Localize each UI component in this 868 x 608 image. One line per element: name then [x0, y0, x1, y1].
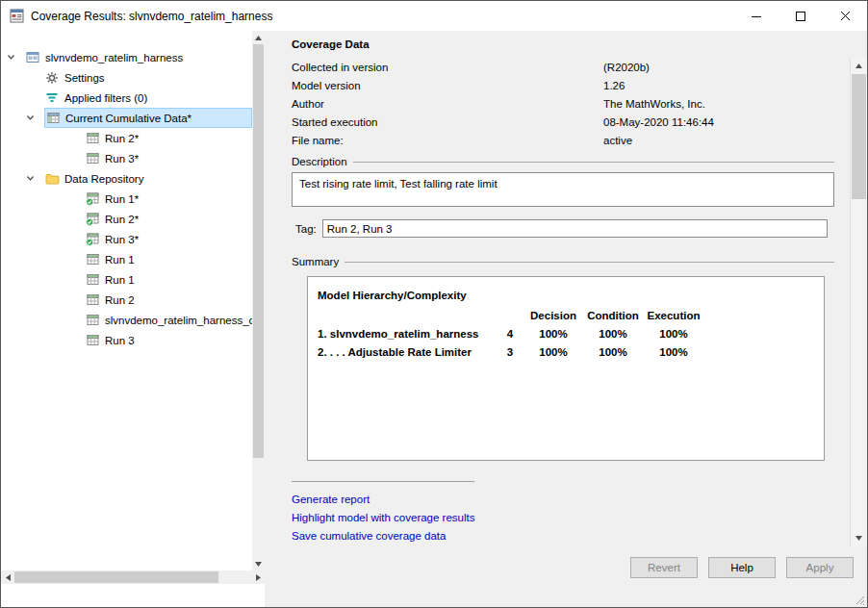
field-label: Author [292, 98, 603, 110]
cumulative-data-icon [45, 112, 61, 124]
column-decision: Decision [523, 310, 583, 321]
field-value: 1.26 [603, 80, 834, 91]
tree-vertical-scrollbar[interactable] [252, 31, 265, 570]
run-icon [85, 293, 100, 306]
window-controls [734, 1, 867, 31]
row-decision: 100% [523, 346, 583, 358]
scrollbar-thumb[interactable] [852, 74, 866, 199]
tree-item-current-cumulative-data[interactable]: Current Cumulative Data* [1, 108, 252, 128]
table-row: 1. slvnvdemo_ratelim_harness 4 100% 100%… [318, 328, 814, 340]
window-title: Coverage Results: slvnvdemo_ratelim_harn… [31, 10, 272, 23]
row-complexity: 4 [497, 328, 523, 340]
resize-grip[interactable] [853, 593, 866, 606]
field-author: Author The MathWorks, Inc. [292, 94, 834, 113]
main-area: slvnvdemo_ratelim_harness Settings Appli… [1, 31, 867, 607]
panel-title: Coverage Data [292, 38, 834, 50]
field-value: (R2020b) [603, 62, 834, 73]
table-row: 2. . . . Adjustable Rate Limiter 3 100% … [318, 346, 814, 358]
scroll-down-icon[interactable] [851, 530, 867, 546]
field-value: active [603, 135, 834, 146]
run-check-icon [85, 233, 100, 246]
summary-table: Model Hierarchy/Complexity Decision Cond… [307, 276, 825, 461]
metadata-fields: Collected in version (R2020b) Model vers… [292, 58, 834, 149]
field-file-name: File name: active [292, 131, 834, 149]
revert-button: Revert [630, 557, 698, 578]
scroll-up-icon[interactable] [252, 31, 265, 44]
tree-horizontal-scrollbar[interactable] [1, 570, 265, 584]
scroll-left-icon[interactable] [1, 570, 14, 584]
minimize-button[interactable] [734, 1, 779, 31]
scrollbar-thumb[interactable] [14, 571, 218, 583]
run-icon [85, 253, 100, 266]
gear-icon [44, 71, 60, 85]
row-name: 2. . . . Adjustable Rate Limiter [318, 346, 497, 358]
summary-label: Summary [292, 256, 339, 267]
description-label: Description [292, 156, 347, 167]
generate-report-link[interactable]: Generate report [292, 491, 834, 509]
scrollbar-thumb[interactable] [253, 44, 264, 458]
expander-icon[interactable] [25, 113, 44, 123]
tree-item-run-2-checked[interactable]: Run 2* [1, 209, 252, 229]
summary-table-title: Model Hierarchy/Complexity [318, 290, 814, 301]
expander-icon[interactable] [25, 173, 44, 184]
highlight-model-link[interactable]: Highlight model with coverage results [292, 509, 834, 527]
row-decision: 100% [523, 328, 583, 340]
tree-item-run-1-checked[interactable]: Run 1* [1, 189, 252, 209]
field-collected-in-version: Collected in version (R2020b) [292, 58, 834, 76]
links-divider [292, 481, 474, 482]
row-condition: 100% [583, 328, 643, 340]
run-icon [85, 314, 100, 326]
summary-group-header: Summary [292, 254, 834, 268]
field-label: Started execution [292, 116, 603, 128]
results-tree: slvnvdemo_ratelim_harness Settings Appli… [1, 31, 252, 570]
scroll-right-icon[interactable] [251, 570, 265, 584]
scroll-up-icon[interactable] [851, 58, 867, 74]
action-links: Generate report Highlight model with cov… [292, 491, 834, 545]
row-condition: 100% [583, 346, 643, 358]
description-field[interactable]: Test rising rate limit, Test falling rat… [292, 172, 834, 207]
run-icon [85, 334, 100, 346]
close-button[interactable] [823, 1, 867, 31]
tree-item-applied-filters[interactable]: Applied filters (0) [1, 88, 252, 108]
tree-item-run-1-b[interactable]: Run 1 [1, 269, 252, 290]
field-value: The MathWorks, Inc. [603, 98, 834, 110]
run-icon [85, 152, 100, 165]
tree-item-slvnvdemo-ratelim-harness[interactable]: slvnvdemo_ratelim_harness [1, 47, 252, 67]
group-divider [345, 262, 834, 263]
maximize-button[interactable] [779, 1, 823, 31]
help-button[interactable]: Help [708, 557, 776, 578]
tree-item-run-3-checked[interactable]: Run 3* [1, 229, 252, 249]
row-execution: 100% [643, 328, 704, 340]
tree-item-settings[interactable]: Settings [1, 67, 252, 88]
apply-button: Apply [786, 557, 854, 578]
model-icon [25, 51, 40, 63]
summary-table-header: Decision Condition Execution [318, 310, 814, 321]
column-execution: Execution [643, 310, 704, 321]
row-name: 1. slvnvdemo_ratelim_harness [318, 328, 497, 340]
field-value: 08-May-2020 11:46:44 [603, 116, 834, 128]
run-icon [85, 132, 100, 144]
tree-item-run-1-a[interactable]: Run 1 [1, 249, 252, 269]
tree-item-run-2-cumulative[interactable]: Run 2* [1, 128, 252, 148]
button-row: Revert Help Apply [630, 557, 854, 578]
tag-input[interactable] [322, 219, 828, 238]
tag-label: Tag: [292, 223, 317, 235]
save-cumulative-data-link[interactable]: Save cumulative coverage data [292, 527, 834, 545]
expander-icon[interactable] [6, 52, 25, 63]
coverage-data-panel: Coverage Data Collected in version (R202… [265, 31, 867, 607]
titlebar: Coverage Results: slvnvdemo_ratelim_harn… [1, 1, 867, 31]
tree-item-run-2-plain[interactable]: Run 2 [1, 290, 252, 310]
panel-vertical-scrollbar[interactable] [850, 58, 867, 546]
field-label: Collected in version [292, 62, 603, 73]
tree-item-run-3-plain[interactable]: Run 3 [1, 330, 252, 350]
tree-item-run-3-cumulative[interactable]: Run 3* [1, 148, 252, 168]
tree-item-cvdata-1[interactable]: slvnvdemo_ratelim_harness_cvdata_1 [1, 310, 252, 330]
run-check-icon [85, 213, 100, 226]
description-group-header: Description [292, 154, 834, 168]
tree-panel: slvnvdemo_ratelim_harness Settings Appli… [1, 31, 265, 607]
tag-row: Tag: [292, 219, 834, 238]
scroll-down-icon[interactable] [252, 557, 265, 570]
tree-item-data-repository[interactable]: Data Repository [1, 168, 252, 189]
maximize-icon [796, 12, 805, 21]
field-started-execution: Started execution 08-May-2020 11:46:44 [292, 113, 834, 131]
